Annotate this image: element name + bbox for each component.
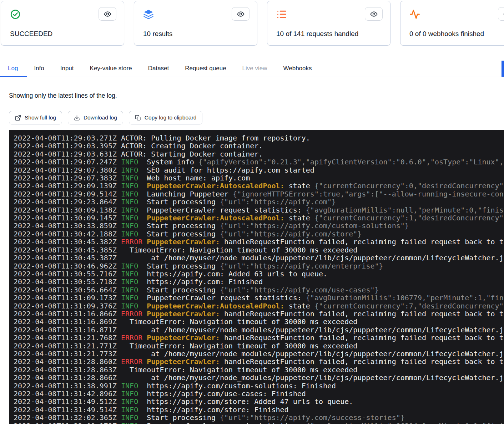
log-line: 2022-04-08T11:30:45.382Z ERROR Puppeteer…: [14, 238, 504, 246]
status-card-results[interactable]: 10 results: [134, 1, 257, 46]
log-line: 2022-04-08T11:29:09.139Z INFO PuppeteerC…: [14, 182, 504, 190]
log-line: 2022-04-08T11:31:16.866Z ERROR Puppeteer…: [14, 310, 504, 318]
download-icon: [74, 115, 80, 121]
view-webhooks-button[interactable]: [498, 7, 504, 21]
log-line: 2022-04-08T11:31:38.991Z INFO https://ap…: [14, 382, 504, 390]
pulse-icon: [409, 9, 420, 20]
log-line: 2022-04-08T11:29:07.247Z INFO System inf…: [14, 158, 504, 166]
card-label: 10 of 141 requests handled: [276, 30, 358, 38]
download-log-button[interactable]: Download log: [68, 111, 123, 124]
tab-overflow-indicator: [502, 61, 504, 77]
tab-key-value-store[interactable]: Key-value store: [90, 60, 132, 77]
show-full-log-button[interactable]: Show full log: [9, 111, 62, 124]
status-card-status[interactable]: SUCCEEDED: [1, 1, 124, 46]
button-label: Download log: [84, 114, 117, 121]
external-link-icon: [15, 115, 21, 121]
log-line: 2022-04-08T11:30:33.859Z INFO Start proc…: [14, 222, 504, 230]
button-label: Copy log to clipboard: [145, 114, 197, 121]
tab-input[interactable]: Input: [60, 60, 74, 77]
log-actions-row: Show full logDownload logCopy log to cli…: [9, 111, 504, 124]
log-line: 2022-04-08T11:31:09.376Z INFO PuppeteerC…: [14, 302, 504, 310]
log-line: 2022-04-08T11:31:28.866Z at /home/myuser…: [14, 374, 504, 382]
log-line: 2022-04-08T11:31:28.863Z TimeoutError: N…: [14, 366, 504, 374]
log-line: 2022-04-08T11:30:46.962Z INFO Start proc…: [14, 262, 504, 270]
log-line: 2022-04-08T11:29:03.271Z ACTOR: Pulling …: [14, 134, 504, 142]
status-card-requests[interactable]: 10 of 141 requests handled: [267, 1, 390, 46]
log-line: 2022-04-08T11:30:55.718Z INFO https://ap…: [14, 278, 504, 286]
log-line: 2022-04-08T11:30:42.188Z INFO Start proc…: [14, 230, 504, 238]
log-line: 2022-04-08T11:31:49.512Z INFO https://ap…: [14, 398, 504, 405]
log-line: 2022-04-08T11:30:09.138Z INFO PuppeteerC…: [14, 206, 504, 214]
copy-icon: [135, 115, 141, 121]
log-line: 2022-04-08T11:29:03.631Z ACTOR: Starting…: [14, 150, 504, 158]
check-circle-icon: [10, 9, 21, 20]
status-cards-row: SUCCEEDED10 results10 of 141 requests ha…: [0, 0, 504, 46]
log-line: 2022-04-08T11:31:28.860Z ERROR Puppeteer…: [14, 358, 504, 366]
log-terminal[interactable]: 2022-04-08T11:29:03.271Z ACTOR: Pulling …: [9, 130, 504, 424]
log-line: 2022-04-08T11:29:03.395Z ACTOR: Creating…: [14, 142, 504, 150]
card-label: 0 of 0 webhooks finished: [409, 30, 484, 38]
copy-log-button[interactable]: Copy log to clipboard: [129, 111, 203, 124]
tab-request-queue[interactable]: Request queue: [185, 60, 226, 77]
tab-info[interactable]: Info: [34, 60, 44, 77]
log-line: 2022-04-08T11:30:45.385Z TimeoutError: N…: [14, 246, 504, 254]
log-line: 2022-04-08T11:30:45.387Z at /home/myuser…: [14, 254, 504, 262]
log-line: 2022-04-08T11:31:21.773Z at /home/myuser…: [14, 350, 504, 358]
card-label: 10 results: [143, 30, 172, 38]
view-requests-button[interactable]: [365, 7, 383, 21]
log-line: 2022-04-08T11:30:55.716Z INFO https://ap…: [14, 270, 504, 278]
log-line: 2022-04-08T11:31:49.514Z INFO https://ap…: [14, 406, 504, 414]
view-results-button[interactable]: [232, 7, 250, 21]
log-line: 2022-04-08T11:29:07.380Z INFO SEO audit …: [14, 166, 504, 174]
eye-icon: [104, 10, 111, 18]
log-line: 2022-04-08T11:31:16.869Z TimeoutError: N…: [14, 318, 504, 326]
tab-webhooks-tab[interactable]: Webhooks: [283, 60, 312, 77]
log-note: Showing only the latest lines of the log…: [9, 92, 504, 99]
log-line: 2022-04-08T11:31:21.771Z TimeoutError: N…: [14, 342, 504, 350]
tab-dataset[interactable]: Dataset: [148, 60, 169, 77]
eye-icon: [370, 10, 378, 18]
tab-bar: LogInfoInputKey-value storeDatasetReques…: [0, 60, 504, 77]
log-line: 2022-04-08T11:31:21.768Z ERROR Puppeteer…: [14, 334, 504, 342]
eye-icon: [237, 10, 245, 18]
status-card-webhooks[interactable]: 0 of 0 webhooks finished: [400, 1, 504, 46]
log-line: 2022-04-08T11:30:56.664Z INFO Start proc…: [14, 286, 504, 294]
log-line: 2022-04-08T11:29:09.514Z INFO Launching …: [14, 190, 504, 198]
card-label: SUCCEEDED: [10, 30, 52, 38]
log-line: 2022-04-08T11:31:09.173Z INFO PuppeteerC…: [14, 294, 504, 302]
layers-icon: [143, 9, 154, 20]
log-line: 2022-04-08T11:31:42.896Z INFO https://ap…: [14, 390, 504, 398]
log-line: 2022-04-08T11:29:23.864Z INFO Start proc…: [14, 198, 504, 206]
log-line: 2022-04-08T11:32:02.365Z INFO Start proc…: [14, 414, 504, 422]
log-line: 2022-04-08T11:31:16.871Z at /home/myuser…: [14, 326, 504, 334]
tab-live-view[interactable]: Live view: [242, 60, 267, 77]
view-status-button[interactable]: [99, 7, 116, 21]
tab-log[interactable]: Log: [8, 60, 18, 77]
log-line: 2022-04-08T11:29:07.383Z INFO Web host n…: [14, 174, 504, 182]
log-line: 2022-04-08T11:32:09.172Z INFO PuppeteerC…: [14, 422, 504, 424]
button-label: Show full log: [25, 114, 56, 121]
log-line: 2022-04-08T11:30:09.145Z INFO PuppeteerC…: [14, 214, 504, 222]
list-icon: [276, 9, 287, 20]
